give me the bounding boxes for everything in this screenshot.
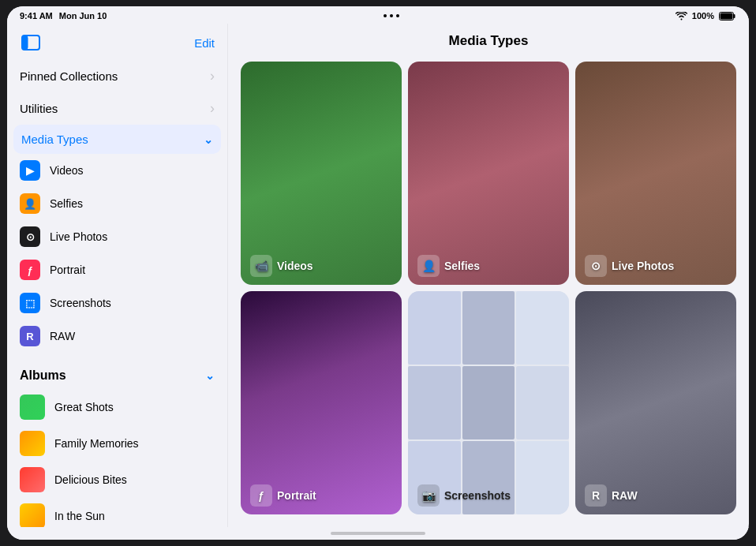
tile-icon-screenshots: 📷 (417, 484, 440, 507)
tile-icon-portrait: ƒ (250, 484, 272, 507)
status-right: 100% (676, 11, 736, 21)
date-label: Mon Jun 10 (59, 11, 107, 21)
media-grid: 📹 Videos 👤 Selfies ⊙ Live Photos ƒ Portr… (228, 55, 749, 527)
album-item-great-shots[interactable]: Great Shots (7, 389, 227, 425)
screenshot-cell-3 (408, 366, 461, 439)
tile-label-livephotos: ⊙ Live Photos (585, 255, 674, 277)
sidebar-toggle-button[interactable] (20, 32, 42, 54)
tile-text-raw: RAW (612, 489, 638, 502)
dot1 (384, 14, 387, 17)
album-label-delicious-bites: Delicious Bites (54, 473, 127, 486)
screenshot-cell-0 (408, 291, 461, 365)
utilities-chevron-icon (210, 100, 215, 117)
tile-text-portrait: Portrait (277, 489, 316, 502)
tile-label-portrait: ƒ Portrait (250, 484, 316, 507)
portrait-icon: ƒ (20, 260, 40, 280)
ipad-frame: 9:41 AM Mon Jun 10 100% (7, 6, 749, 540)
sidebar-item-label-portrait: Portrait (50, 264, 85, 276)
livephotos-icon: ⊙ (20, 226, 40, 247)
sidebar-item-selfies[interactable]: 👤 Selfies (7, 187, 227, 220)
sidebar-item-videos[interactable]: ▶ Videos (7, 154, 227, 187)
status-bar: 9:41 AM Mon Jun 10 100% (7, 6, 749, 24)
album-label-family-memories: Family Memories (54, 437, 139, 450)
sidebar-item-label-livephotos: Live Photos (50, 230, 107, 243)
delicious-bites-thumb (20, 467, 45, 492)
utilities-item[interactable]: Utilities (7, 92, 227, 125)
svg-rect-4 (22, 36, 28, 50)
status-center (384, 14, 399, 17)
pinned-chevron-icon (210, 68, 215, 84)
svg-rect-2 (720, 13, 733, 19)
in-the-sun-thumb (20, 503, 45, 527)
sidebar: Edit Pinned Collections Utilities Media … (7, 24, 228, 527)
main-content: Media Types 📹 Videos 👤 Selfies ⊙ Live Ph… (228, 24, 749, 527)
screenshot-cell-1 (462, 291, 515, 365)
tile-icon-videos: 📹 (250, 255, 272, 277)
media-types-label: Media Types (21, 133, 88, 146)
family-memories-thumb (20, 431, 45, 456)
tile-screenshots[interactable]: 📷 Screenshots (408, 291, 569, 514)
time-label: 9:41 AM (20, 11, 53, 21)
albums-chevron-icon (205, 368, 215, 383)
album-label-in-the-sun: In the Sun (54, 510, 105, 522)
tile-label-selfies: 👤 Selfies (417, 255, 480, 277)
albums-list: Great Shots Family Memories Delicious Bi… (7, 389, 227, 527)
dot2 (390, 14, 393, 17)
screenshots-icon: ⬚ (20, 293, 40, 313)
tile-icon-selfies: 👤 (417, 255, 440, 277)
screenshot-cell-2 (516, 291, 569, 365)
tile-icon-livephotos: ⊙ (585, 255, 607, 277)
media-types-chevron-icon (204, 133, 213, 146)
wifi-icon (676, 12, 687, 21)
albums-label: Albums (20, 368, 66, 383)
selfies-icon: 👤 (20, 193, 40, 214)
tile-icon-raw: R (585, 484, 607, 507)
tile-text-selfies: Selfies (444, 260, 480, 272)
battery-label: 100% (692, 11, 714, 21)
svg-rect-1 (734, 14, 735, 18)
sidebar-item-label-selfies: Selfies (50, 197, 83, 210)
great-shots-thumb (20, 395, 45, 420)
videos-icon: ▶ (20, 160, 40, 181)
tile-livephotos[interactable]: ⊙ Live Photos (575, 62, 736, 285)
tile-videos[interactable]: 📹 Videos (241, 62, 402, 285)
albums-section: Albums Great Shots Family Memories Delic… (7, 359, 227, 527)
sidebar-item-label-screenshots: Screenshots (50, 297, 111, 309)
tile-selfies[interactable]: 👤 Selfies (408, 62, 569, 285)
pinned-collections-label: Pinned Collections (20, 69, 118, 83)
home-bar (331, 532, 425, 535)
tile-label-screenshots: 📷 Screenshots (417, 484, 511, 507)
album-label-great-shots: Great Shots (54, 401, 114, 413)
sidebar-item-raw[interactable]: R RAW (7, 320, 227, 353)
utilities-label: Utilities (20, 102, 58, 115)
tile-label-raw: R RAW (585, 484, 638, 507)
tile-portrait[interactable]: ƒ Portrait (241, 291, 402, 514)
battery-icon (719, 12, 736, 21)
sidebar-header: Edit (7, 24, 227, 60)
home-indicator (7, 527, 749, 540)
tile-raw[interactable]: R RAW (575, 291, 736, 514)
screenshot-cell-4 (462, 366, 515, 439)
status-left: 9:41 AM Mon Jun 10 (20, 11, 107, 21)
content-title: Media Types (228, 24, 749, 55)
dot3 (396, 14, 399, 17)
sidebar-item-livephotos[interactable]: ⊙ Live Photos (7, 220, 227, 253)
sidebar-item-label-raw: RAW (50, 330, 75, 342)
pinned-collections-item[interactable]: Pinned Collections (7, 60, 227, 92)
tile-label-videos: 📹 Videos (250, 255, 313, 277)
media-menu: ▶ Videos 👤 Selfies ⊙ Live Photos ƒ Portr… (7, 154, 227, 353)
tile-text-screenshots: Screenshots (444, 489, 511, 502)
screenshot-cell-8 (516, 441, 569, 514)
screenshot-cell-5 (516, 366, 569, 439)
album-item-delicious-bites[interactable]: Delicious Bites (7, 462, 227, 498)
sidebar-item-screenshots[interactable]: ⬚ Screenshots (7, 286, 227, 320)
media-types-item[interactable]: Media Types (13, 125, 221, 154)
album-item-family-memories[interactable]: Family Memories (7, 425, 227, 462)
albums-header: Albums (7, 362, 227, 389)
edit-button[interactable]: Edit (194, 36, 215, 50)
sidebar-item-label-videos: Videos (50, 164, 84, 177)
album-item-in-the-sun[interactable]: In the Sun (7, 498, 227, 527)
raw-icon: R (20, 326, 40, 346)
screenshots-inner-grid (408, 291, 569, 514)
sidebar-item-portrait[interactable]: ƒ Portrait (7, 253, 227, 286)
